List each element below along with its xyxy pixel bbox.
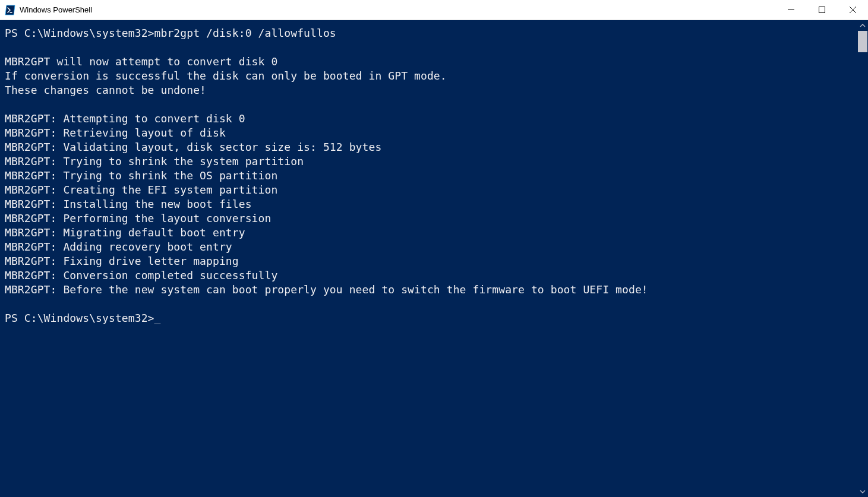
- svg-rect-1: [819, 7, 825, 13]
- close-button[interactable]: [837, 0, 868, 20]
- window-titlebar[interactable]: Windows PowerShell: [0, 0, 868, 20]
- minimize-button[interactable]: [775, 0, 806, 20]
- vertical-scrollbar[interactable]: [857, 20, 868, 497]
- titlebar-left: Windows PowerShell: [5, 5, 92, 15]
- terminal-output[interactable]: PS C:\Windows\system32>mbr2gpt /disk:0 /…: [0, 20, 857, 497]
- cursor: _: [154, 311, 161, 325]
- prompt: PS C:\Windows\system32>: [5, 27, 154, 39]
- terminal-container: PS C:\Windows\system32>mbr2gpt /disk:0 /…: [0, 20, 868, 497]
- output-lines: MBR2GPT will now attempt to convert disk…: [5, 55, 648, 296]
- command-text: mbr2gpt /disk:0 /allowfullos: [154, 27, 336, 39]
- scrollbar-thumb[interactable]: [858, 31, 867, 52]
- window-title: Windows PowerShell: [20, 5, 92, 14]
- window-controls: [775, 0, 868, 20]
- prompt: PS C:\Windows\system32>: [5, 312, 154, 324]
- scrollbar-track[interactable]: [857, 31, 868, 486]
- powershell-icon: [5, 5, 15, 15]
- scroll-up-arrow-icon[interactable]: [857, 20, 868, 31]
- maximize-button[interactable]: [806, 0, 837, 20]
- scroll-down-arrow-icon[interactable]: [857, 486, 868, 497]
